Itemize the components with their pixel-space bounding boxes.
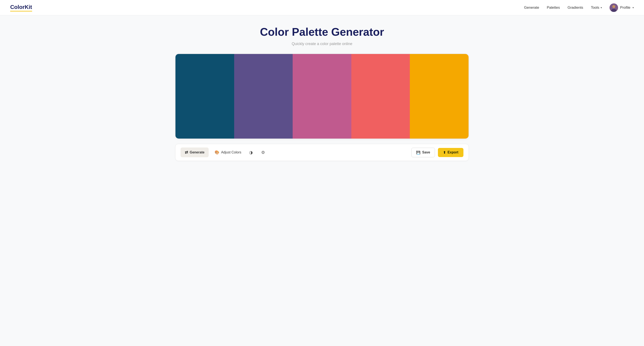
nav-gradients[interactable]: Gradients	[568, 5, 583, 10]
logo[interactable]: ColorKit	[10, 4, 32, 11]
color-swatch-4[interactable]	[351, 54, 410, 139]
shuffle-icon: ⇄	[185, 150, 188, 155]
color-swatch-3[interactable]	[293, 54, 351, 139]
export-button-label: Export	[448, 150, 458, 154]
export-icon: ⬆	[443, 150, 446, 154]
generate-button[interactable]: ⇄ Generate	[180, 147, 209, 157]
color-swatch-5[interactable]	[410, 54, 468, 139]
nav-generate[interactable]: Generate	[524, 5, 539, 10]
avatar	[610, 3, 618, 12]
header: ColorKit Generate Palettes Gradients Too…	[0, 0, 644, 15]
settings-icon: ⚙	[261, 150, 265, 155]
export-button[interactable]: ⬆ Export	[438, 148, 464, 157]
color-swatch-2[interactable]	[234, 54, 293, 139]
save-button[interactable]: 💾 Save	[411, 148, 435, 157]
profile-chevron-icon: ▾	[632, 6, 634, 9]
nav-palettes[interactable]: Palettes	[547, 5, 560, 10]
contrast-button[interactable]: ◑	[247, 148, 254, 157]
tools-chevron-icon: ▾	[600, 6, 602, 9]
main-nav: Generate Palettes Gradients Tools ▾ Prof…	[524, 3, 634, 12]
toolbar-right: 💾 Save ⬆ Export	[411, 148, 464, 157]
page-subtitle: Quickly create a color palette online	[175, 42, 469, 46]
toolbar: ⇄ Generate 🎨 Adjust Colors ◑ ⚙ 💾 Save ⬆ …	[175, 144, 469, 161]
generate-button-label: Generate	[190, 150, 204, 154]
nav-tools-label: Tools	[591, 5, 599, 10]
palette-display	[175, 54, 469, 139]
toolbar-left: ⇄ Generate 🎨 Adjust Colors ◑ ⚙	[180, 147, 267, 157]
adjust-colors-label: Adjust Colors	[221, 150, 241, 154]
settings-button[interactable]: ⚙	[260, 148, 267, 157]
adjust-colors-button[interactable]: 🎨 Adjust Colors	[214, 148, 242, 156]
save-button-label: Save	[422, 150, 430, 154]
color-swatch-1[interactable]	[176, 54, 234, 139]
contrast-icon: ◑	[249, 150, 253, 155]
nav-tools-dropdown[interactable]: Tools ▾	[591, 5, 602, 10]
page-title: Color Palette Generator	[175, 25, 469, 38]
profile-menu[interactable]: Profile ▾	[610, 3, 634, 12]
save-icon: 💾	[416, 150, 420, 154]
main-content: Color Palette Generator Quickly create a…	[167, 15, 477, 169]
svg-point-1	[612, 5, 615, 8]
profile-label: Profile	[620, 5, 630, 10]
palette-icon: 🎨	[214, 150, 219, 155]
